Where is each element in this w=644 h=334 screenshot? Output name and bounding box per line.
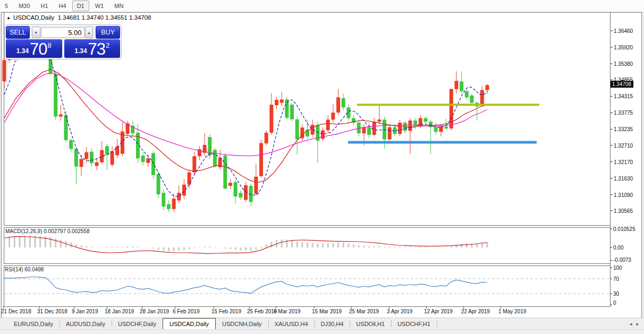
rsi-panel-plot bbox=[0, 266, 644, 306]
tab-usdcnh-daily[interactable]: USDCNH,Daily bbox=[216, 318, 268, 329]
date-axis-tick bbox=[314, 306, 315, 309]
sell-price-big: 70 bbox=[30, 41, 47, 57]
date-axis-tick bbox=[107, 306, 107, 309]
tab-usdchf-daily[interactable]: USDCHF,Daily bbox=[112, 318, 163, 329]
date-axis-tick bbox=[351, 306, 352, 309]
symbol-tab-bar: EURUSD,DailyAUDUSD,DailyUSDCHF,DailyUSDC… bbox=[0, 318, 644, 329]
price-axis-label: 1.33775 bbox=[614, 110, 633, 116]
date-axis-tick bbox=[175, 306, 175, 309]
date-axis-tick bbox=[463, 306, 464, 309]
timeframe-button-h1[interactable]: H1 bbox=[36, 1, 53, 11]
timeframe-button-5[interactable]: 5 bbox=[0, 1, 13, 11]
volume-input[interactable] bbox=[41, 27, 84, 38]
tab-scroll-nav: ◂▸ bbox=[630, 318, 644, 329]
date-axis-tick bbox=[501, 306, 501, 309]
macd-label: MACD(12,26,9) 0.002797 0.002558 bbox=[5, 228, 89, 234]
sell-button[interactable]: SELL bbox=[6, 26, 30, 39]
price-axis-label: 1.31630 bbox=[614, 176, 633, 182]
buy-price-sup: 2 bbox=[106, 41, 109, 49]
main-plot-bottom-border bbox=[4, 225, 611, 226]
date-axis-tick bbox=[249, 306, 250, 309]
current-price-tag: 1.34708 bbox=[611, 81, 633, 88]
tab-audusd-daily[interactable]: AUDUSD,Daily bbox=[60, 318, 112, 329]
arrow-up-icon: ▲ bbox=[87, 31, 91, 35]
rsi-axis-label: 70 bbox=[613, 276, 619, 282]
tab-eurusd-daily[interactable]: EURUSD,Daily bbox=[7, 318, 60, 329]
macd-axis-label: 0.010525 bbox=[613, 226, 635, 232]
date-axis-tick bbox=[389, 306, 389, 309]
date-axis-label: 25 Mar 2019 bbox=[349, 309, 379, 314]
price-axis-label: 1.30565 bbox=[614, 208, 633, 214]
timeframe-button-m30[interactable]: M30 bbox=[14, 1, 35, 11]
sell-quote[interactable]: 1.34708 bbox=[6, 39, 62, 58]
date-axis-label: 21 Dec 2018 bbox=[1, 309, 31, 314]
date-axis-tick bbox=[74, 306, 74, 309]
tab-dj30-h4[interactable]: DJ30,H4 bbox=[315, 318, 350, 329]
chart-title: ▲USDCAD,Daily 1.34681 1.34740 1.34551 1.… bbox=[6, 14, 151, 21]
date-axis-tick bbox=[142, 306, 142, 309]
sell-price-sup: 8 bbox=[48, 41, 52, 49]
tab-scroll-right-icon[interactable]: ▸ bbox=[636, 321, 639, 327]
price-axis-label: 1.32170 bbox=[614, 159, 633, 165]
collapse-triangle-icon[interactable]: ▲ bbox=[6, 15, 11, 20]
price-axis-label: 1.33235 bbox=[614, 126, 633, 132]
price-axis-label: 1.35380 bbox=[614, 61, 633, 67]
arrow-down-icon: ▼ bbox=[34, 31, 38, 35]
date-axis-label: 31 Dec 2018 bbox=[37, 309, 67, 314]
buy-button[interactable]: BUY bbox=[96, 26, 120, 39]
timeframe-toolbar: 5M30H1H4D1W1MN bbox=[0, 0, 644, 12]
tab-scroll-left-icon[interactable]: ◂ bbox=[630, 321, 632, 327]
date-axis-label: 12 Apr 2019 bbox=[424, 309, 453, 314]
tab-usdoil-h1[interactable]: USDOil,H1 bbox=[350, 318, 391, 329]
date-axis-tick bbox=[39, 306, 40, 309]
timeframe-button-w1[interactable]: W1 bbox=[90, 1, 109, 11]
buy-quote[interactable]: 1.34732 bbox=[64, 39, 121, 58]
date-axis-tick bbox=[426, 306, 427, 309]
price-axis-label: 1.36460 bbox=[614, 28, 633, 34]
macd-axis-label: 0.00 bbox=[613, 245, 623, 251]
timeframe-button-h4[interactable]: H4 bbox=[54, 1, 71, 11]
tab-usdcad-daily[interactable]: USDCAD,Daily bbox=[163, 318, 216, 329]
timeframe-button-mn[interactable]: MN bbox=[109, 1, 128, 11]
date-axis-label: 6 Mar 2019 bbox=[274, 309, 301, 314]
date-axis-label: 3 Apr 2019 bbox=[387, 309, 412, 314]
chart-title-ohlc: 1.34681 1.34740 1.34551 1.34708 bbox=[58, 14, 151, 21]
macd-panel-plot bbox=[0, 227, 644, 263]
date-axis-label: 25 Feb 2019 bbox=[247, 309, 277, 314]
date-axis-tick bbox=[214, 306, 214, 309]
timeframe-button-d1[interactable]: D1 bbox=[72, 1, 89, 11]
price-axis-label: 1.31090 bbox=[614, 192, 633, 198]
tab-xauusd-h4[interactable]: XAUUSD,H4 bbox=[268, 318, 315, 329]
date-axis-tick bbox=[3, 306, 4, 309]
date-axis-label: 1 May 2019 bbox=[498, 309, 526, 314]
buy-price-big: 73 bbox=[88, 41, 105, 57]
price-axis-label: 1.35920 bbox=[614, 45, 633, 50]
bottom-status-strip bbox=[0, 329, 644, 334]
date-axis-label: 22 Apr 2019 bbox=[461, 309, 490, 314]
price-axis-label: 1.32710 bbox=[614, 143, 633, 149]
date-axis-label: 28 Jan 2019 bbox=[140, 309, 169, 314]
one-click-trade-panel: SELL ▼ ▲ BUY 1.34708 1.34732 bbox=[4, 24, 122, 59]
tab-usdchf-h1[interactable]: USDCHF,H1 bbox=[391, 318, 437, 329]
rsi-label: RSI(14) 60.0498 bbox=[5, 267, 44, 272]
macd-axis-label: -0.0073 bbox=[613, 257, 631, 263]
sell-price-small: 1.34 bbox=[16, 47, 29, 55]
buy-price-small: 1.34 bbox=[74, 47, 87, 55]
date-axis-label: 9 Jan 2019 bbox=[72, 309, 98, 314]
date-axis-tick bbox=[276, 306, 276, 309]
rsi-axis-label: 0 bbox=[613, 300, 616, 306]
date-axis-label: 18 Jan 2019 bbox=[105, 309, 134, 314]
rsi-axis-label: 30 bbox=[613, 291, 619, 297]
date-axis-label: 15 Feb 2019 bbox=[211, 309, 241, 314]
volume-increase-button[interactable]: ▲ bbox=[85, 27, 94, 38]
date-axis-label: 6 Feb 2019 bbox=[173, 309, 200, 314]
volume-decrease-button[interactable]: ▼ bbox=[32, 27, 40, 38]
date-axis-label: 15 Mar 2019 bbox=[312, 309, 342, 314]
rsi-axis-label: 100 bbox=[613, 265, 622, 271]
price-axis-label: 1.34315 bbox=[614, 93, 633, 99]
chart-title-symbol: USDCAD,Daily bbox=[13, 14, 54, 21]
